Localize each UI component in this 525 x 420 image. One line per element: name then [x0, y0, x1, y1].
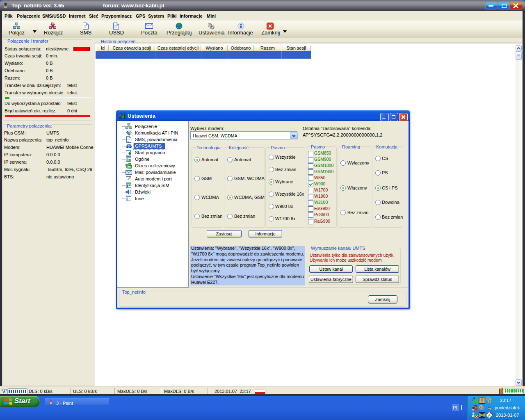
svg-text:U: U — [121, 112, 122, 114]
svg-text:U: U — [473, 397, 475, 399]
